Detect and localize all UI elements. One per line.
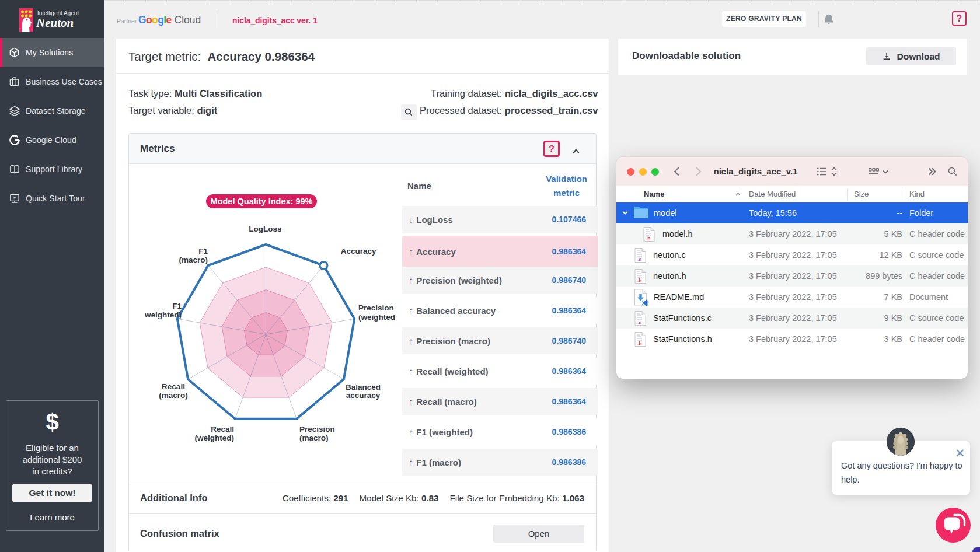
svg-text:accuracy: accuracy: [346, 391, 381, 400]
svg-text:Accuracy: Accuracy: [341, 247, 376, 256]
svg-text:Recall: Recall: [211, 425, 234, 434]
svg-text:.h: .h: [637, 341, 642, 347]
svg-text:(weighted: (weighted: [358, 313, 395, 322]
svg-text:F1: F1: [172, 302, 182, 310]
svg-text:.h: .h: [646, 236, 651, 242]
svg-text:Recall: Recall: [162, 382, 185, 391]
svg-text:(macro): (macro): [179, 256, 208, 264]
svg-text:Precision: Precision: [358, 303, 394, 312]
svg-text:Precision: Precision: [299, 425, 335, 434]
svg-text:.c: .c: [637, 257, 641, 263]
svg-text:(macro): (macro): [159, 391, 188, 400]
svg-text:.c: .c: [637, 320, 641, 326]
svg-text:weighted): weighted): [144, 310, 182, 319]
svg-text:LogLoss: LogLoss: [249, 225, 281, 233]
svg-text:(weighted): (weighted): [195, 434, 235, 442]
svg-text:Balanced: Balanced: [346, 383, 381, 392]
svg-text:.h: .h: [637, 278, 642, 284]
svg-text:(macro): (macro): [299, 434, 329, 442]
svg-text:F1: F1: [198, 247, 208, 256]
